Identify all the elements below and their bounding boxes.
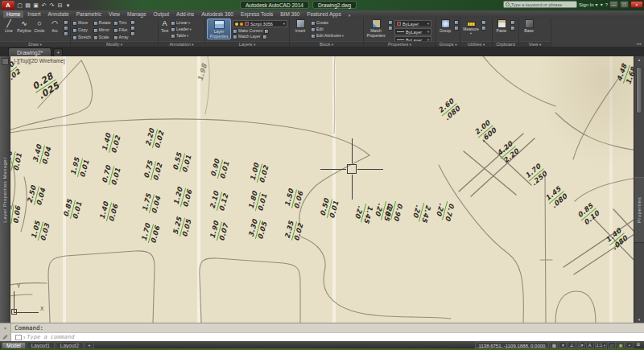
scroll-down-icon[interactable]: ▾ bbox=[634, 317, 644, 322]
ribbon-tab-annotate[interactable]: Annotate bbox=[45, 10, 72, 18]
command-input[interactable]: › Type a command bbox=[0, 332, 644, 341]
cut-icon[interactable] bbox=[510, 20, 515, 25]
workspace-switch-icon[interactable]: ▱ bbox=[608, 342, 616, 348]
layer-dropdown[interactable]: Script 3056 ▾ bbox=[233, 20, 287, 27]
quick-calc-icon[interactable] bbox=[481, 20, 486, 25]
new-drawing-tab-button[interactable]: + bbox=[53, 48, 63, 56]
region-tool-icon[interactable] bbox=[64, 31, 68, 36]
layout-tab-layout1[interactable]: Layout1 bbox=[27, 342, 55, 348]
viewport-controls[interactable]: [-][Top][2D Wireframe] bbox=[14, 58, 65, 64]
list-icon[interactable] bbox=[388, 20, 393, 25]
tool-copy[interactable]: Copy bbox=[72, 27, 91, 34]
id-point-icon[interactable] bbox=[481, 26, 486, 31]
tool-trim[interactable]: Trim bbox=[114, 19, 129, 27]
tool-create[interactable]: Create bbox=[311, 20, 344, 26]
plot-icon[interactable]: ⊟ bbox=[56, 2, 64, 9]
ribbon-tab-bim-360[interactable]: BIM 360 bbox=[277, 10, 303, 18]
scrollbar-thumb[interactable] bbox=[636, 67, 642, 113]
tool-match-layer[interactable]: Match Layer bbox=[233, 34, 287, 39]
layer-thaw-icon[interactable] bbox=[240, 23, 243, 26]
qat-dropdown-icon[interactable]: ▾ bbox=[64, 2, 72, 9]
open-file-icon[interactable]: ▤ bbox=[24, 2, 31, 9]
layout-tab-model[interactable]: Model bbox=[2, 342, 26, 348]
layer-properties-palette-strip[interactable]: Layer Properties Manager bbox=[0, 56, 10, 323]
erase-tool-icon[interactable] bbox=[130, 20, 135, 25]
base-view-button[interactable]: Base bbox=[521, 19, 537, 34]
status-menu-icon[interactable]: ≡ bbox=[634, 342, 642, 348]
sign-in-caret-icon[interactable]: ▾ bbox=[596, 2, 598, 7]
minimize-button[interactable]: — bbox=[609, 1, 618, 8]
undo-icon[interactable]: ↶ bbox=[40, 2, 47, 9]
tool-edit-attributes[interactable]: Edit Attributes▾ bbox=[311, 33, 344, 39]
panel-scroll-icons[interactable]: ◂ ▸ bbox=[637, 41, 642, 46]
ribbon-tab-view[interactable]: View bbox=[105, 10, 123, 18]
copy-clip-icon[interactable] bbox=[510, 26, 515, 31]
ribbon-tab-manage[interactable]: Manage bbox=[124, 10, 150, 18]
annotation-visibility-icon[interactable]: A bbox=[586, 342, 594, 348]
measure-button[interactable]: Measure▾ bbox=[462, 19, 480, 35]
drawing-canvas[interactable]: .30.020.28.0251.980.060.010.020.063.400.… bbox=[0, 56, 644, 323]
sign-in-button[interactable]: Sign In bbox=[579, 2, 594, 7]
file-tab-drawing2[interactable]: Drawing2* bbox=[8, 47, 52, 56]
properties-palette-strip[interactable]: Properties bbox=[634, 177, 644, 243]
ribbon-tab-parametric[interactable]: Parametric bbox=[73, 10, 105, 18]
snap-icon[interactable]: ▾ bbox=[559, 342, 567, 348]
save-icon[interactable]: ▣ bbox=[32, 2, 39, 9]
layer-color-swatch[interactable] bbox=[245, 22, 249, 26]
group-edit-icon[interactable] bbox=[454, 26, 459, 31]
panel-block-footer[interactable]: Block ▾ bbox=[290, 41, 363, 47]
match-properties-button[interactable]: Match Properties bbox=[365, 19, 386, 38]
tool-move[interactable]: Move bbox=[72, 19, 91, 27]
panel-groups-footer[interactable]: Groups ▾ bbox=[436, 41, 460, 47]
insert-block-button[interactable]: Insert bbox=[291, 19, 309, 34]
network-status-icon[interactable]: ▪ bbox=[625, 342, 634, 348]
new-layout-button[interactable]: + bbox=[85, 342, 94, 348]
tool-stretch[interactable]: Stretch bbox=[72, 34, 91, 41]
app-logo-button[interactable]: A bbox=[2, 1, 14, 10]
explode-tool-icon[interactable] bbox=[130, 26, 135, 31]
ungroup-icon[interactable] bbox=[454, 20, 459, 25]
rectangle-tool-icon[interactable] bbox=[64, 20, 68, 25]
linetype-dropdown[interactable]: ByLayer▾ bbox=[394, 28, 431, 35]
offset-tool-icon[interactable] bbox=[130, 31, 135, 36]
close-button[interactable]: × bbox=[630, 1, 643, 8]
tool-polyline[interactable]: ∿Polyline bbox=[17, 19, 31, 34]
layer-properties-button[interactable]: Layer Properties bbox=[207, 19, 231, 39]
redo-icon[interactable]: ↷ bbox=[48, 2, 56, 9]
right-scrollbar[interactable]: ▴ Properties ▾ bbox=[634, 56, 644, 323]
tool-fillet[interactable]: Fillet bbox=[114, 27, 129, 34]
tool-rotate[interactable]: Rotate bbox=[93, 19, 111, 27]
hatch-tool-icon[interactable] bbox=[64, 26, 68, 31]
panel-draw-footer[interactable]: Draw ▾ bbox=[0, 41, 70, 47]
object-color-dropdown[interactable]: ByLayer▾ bbox=[394, 20, 431, 27]
osnap-icon[interactable]: □▾ bbox=[576, 342, 584, 348]
help-icon[interactable]: ? bbox=[605, 2, 608, 7]
panel-utilities-footer[interactable]: Utilities ▾ bbox=[460, 41, 492, 47]
text-tool-button[interactable]: AText bbox=[160, 19, 169, 34]
ribbon-tab-insert[interactable]: Insert bbox=[24, 10, 43, 18]
ribbon-tab-output[interactable]: Output bbox=[151, 10, 173, 18]
tool-mirror[interactable]: Mirror bbox=[93, 27, 111, 34]
coordinates-readout[interactable]: 1138.6751, -1109.1688, 0.0000 bbox=[475, 342, 550, 348]
tool-scale[interactable]: Scale bbox=[93, 34, 111, 41]
wrench-icon[interactable] bbox=[2, 335, 7, 340]
close-command-icon[interactable]: × bbox=[4, 326, 7, 331]
transparency-icon[interactable] bbox=[388, 26, 393, 31]
panel-modify-footer[interactable]: Modify ▾ bbox=[71, 41, 158, 47]
help-search-input[interactable]: Type a keyword or phrase bbox=[503, 1, 577, 8]
layer-dropdown-caret-icon[interactable]: ▾ bbox=[275, 22, 285, 26]
panel-view-footer[interactable]: View ▾ bbox=[519, 41, 551, 47]
tool-leader[interactable]: Leader▾ bbox=[171, 27, 192, 32]
annotation-scale-button[interactable]: 1:1 ▾ bbox=[595, 342, 607, 348]
ribbon-tab-add-ins[interactable]: Add-ins bbox=[173, 10, 197, 18]
exchange-apps-icon[interactable]: ✦ bbox=[600, 2, 604, 7]
tool-edit[interactable]: Edit bbox=[311, 27, 344, 32]
tool-table[interactable]: Table▾ bbox=[171, 33, 192, 39]
restore-button[interactable]: □ bbox=[620, 1, 629, 8]
tool-circle[interactable]: ○Circle bbox=[32, 19, 47, 34]
palette-autohide-icon[interactable] bbox=[2, 58, 9, 65]
panel-annotation-footer[interactable]: Annotation ▾ bbox=[159, 41, 204, 47]
tool-arc[interactable]: ◠Arc bbox=[47, 19, 62, 34]
tool-make-current[interactable]: Make Current bbox=[233, 28, 287, 34]
group-button[interactable]: Group bbox=[438, 19, 452, 34]
